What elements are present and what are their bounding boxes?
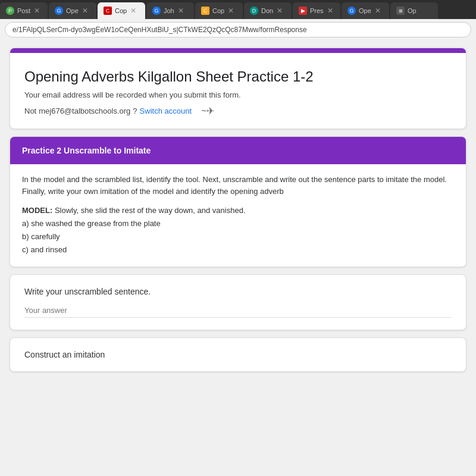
tab-grid-favicon: ⊞ bbox=[396, 7, 405, 15]
part-b-label: b) bbox=[22, 232, 29, 241]
tab-cop2[interactable]: C Cop ✕ bbox=[195, 2, 243, 19]
part-c: c) and rinsed bbox=[22, 243, 454, 256]
part-a-text: she washed the grease from the plate bbox=[31, 219, 161, 228]
email-display: mej676@talbotschools.org bbox=[39, 107, 130, 115]
not-label: Not bbox=[24, 107, 36, 115]
tab-john-close[interactable]: ✕ bbox=[178, 7, 184, 15]
part-c-text: and rinsed bbox=[30, 245, 67, 254]
tab-don[interactable]: D Don ✕ bbox=[244, 2, 292, 19]
page-content: Opening Adverbs Kilgallon Sheet Practice… bbox=[0, 40, 476, 476]
tab-ope2-close[interactable]: ✕ bbox=[375, 7, 381, 15]
answer-label: Write your unscrambled sentence. bbox=[24, 287, 452, 296]
browser-chrome: P Post ✕ G Ope ✕ C Cop ✕ G Joh ✕ C Cop ✕… bbox=[0, 0, 476, 40]
tab-post[interactable]: P Post ✕ bbox=[0, 2, 48, 19]
tab-don-favicon: D bbox=[250, 7, 258, 15]
tab-pres-close[interactable]: ✕ bbox=[327, 7, 333, 15]
tab-pres-favicon: ▶ bbox=[299, 7, 307, 15]
part-a: a) she washed the grease from the plate bbox=[22, 217, 454, 230]
form-header: Opening Adverbs Kilgallon Sheet Practice… bbox=[10, 48, 466, 129]
form-title: Opening Adverbs Kilgallon Sheet Practice… bbox=[24, 67, 452, 86]
switch-account-link[interactable]: Switch account bbox=[140, 107, 192, 115]
tab-cop1-favicon: C bbox=[104, 7, 112, 15]
account-info: Not mej676@talbotschools.org? Switch acc… bbox=[24, 105, 452, 117]
model-label: MODEL: bbox=[22, 206, 52, 215]
tab-john[interactable]: G Joh ✕ bbox=[146, 2, 194, 19]
tab-john-favicon: G bbox=[152, 7, 161, 15]
tab-ope1-favicon: G bbox=[55, 7, 63, 15]
tab-post-favicon: P bbox=[6, 7, 14, 15]
tab-pres[interactable]: ▶ Pres ✕ bbox=[293, 2, 340, 19]
part-b-text: carefully bbox=[31, 232, 60, 241]
instructions-text: In the model and the scrambled list, ide… bbox=[22, 174, 454, 197]
model-sentence: Slowly, she slid the rest of the way dow… bbox=[55, 206, 246, 215]
form-header-card: Opening Adverbs Kilgallon Sheet Practice… bbox=[10, 48, 466, 129]
tab-cop1-close[interactable]: ✕ bbox=[130, 7, 136, 15]
section-body: In the model and the scrambled list, ide… bbox=[10, 164, 466, 266]
part-c-label: c) bbox=[22, 245, 29, 254]
tab-ope2-favicon: G bbox=[347, 7, 356, 15]
form-email-notice: Your email address will be recorded when… bbox=[24, 90, 452, 99]
model-block: MODEL: Slowly, she slid the rest of the … bbox=[22, 204, 454, 256]
part-a-label: a) bbox=[22, 219, 29, 228]
construct-card: Construct an imitation bbox=[10, 337, 466, 372]
tab-don-close[interactable]: ✕ bbox=[277, 7, 283, 15]
tab-cop2-favicon: C bbox=[201, 7, 209, 15]
tab-ope1-close[interactable]: ✕ bbox=[82, 7, 88, 15]
tab-bar: P Post ✕ G Ope ✕ C Cop ✕ G Joh ✕ C Cop ✕… bbox=[0, 0, 476, 19]
tab-cop1[interactable]: C Cop ✕ bbox=[98, 2, 145, 19]
construct-label: Construct an imitation bbox=[24, 350, 452, 359]
section-header: Practice 2 Unscramble to Imitate bbox=[10, 137, 466, 164]
section-header-title: Practice 2 Unscramble to Imitate bbox=[22, 146, 151, 155]
bird-icon: ~✈ bbox=[201, 105, 214, 117]
tab-grid[interactable]: ⊞ Op bbox=[390, 2, 438, 19]
model-sentence-line: MODEL: Slowly, she slid the rest of the … bbox=[22, 204, 454, 217]
answer-card: Write your unscrambled sentence. bbox=[10, 274, 466, 330]
tab-ope2[interactable]: G Ope ✕ bbox=[342, 2, 389, 19]
tab-cop2-close[interactable]: ✕ bbox=[228, 7, 234, 15]
tab-post-close[interactable]: ✕ bbox=[34, 7, 40, 15]
part-b: b) carefully bbox=[22, 230, 454, 243]
answer-input[interactable] bbox=[24, 303, 452, 318]
tab-ope1[interactable]: G Ope ✕ bbox=[49, 2, 96, 19]
address-bar bbox=[0, 19, 476, 40]
address-input[interactable] bbox=[5, 22, 471, 37]
practice-section-card: Practice 2 Unscramble to Imitate In the … bbox=[10, 136, 466, 267]
